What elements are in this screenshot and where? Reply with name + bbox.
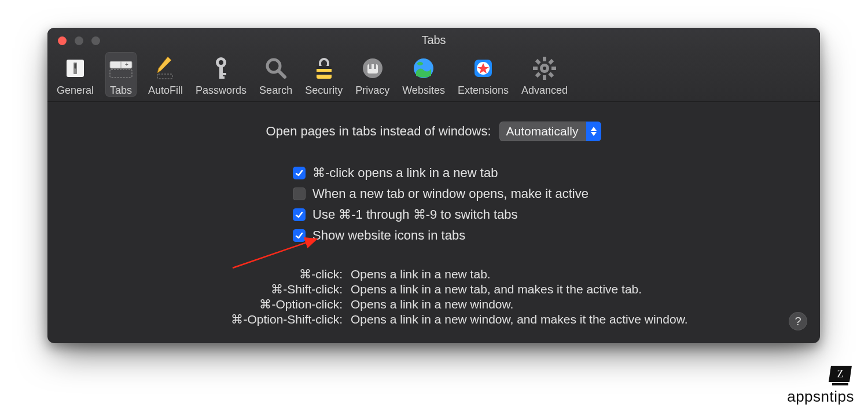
search-icon xyxy=(262,54,290,82)
tabs-pane: Open pages in tabs instead of windows: A… xyxy=(47,102,820,338)
svg-text:+: + xyxy=(125,61,128,68)
extensions-icon xyxy=(469,54,498,82)
toolbar-item-label: Websites xyxy=(402,84,445,97)
toolbar-item-label: Passwords xyxy=(196,84,247,97)
svg-marker-40 xyxy=(591,132,597,136)
open-pages-row: Open pages in tabs instead of windows: A… xyxy=(65,122,803,141)
toolbar-item-general[interactable]: General xyxy=(56,52,95,97)
hint-key: ⌘-Option-click: xyxy=(259,297,343,311)
minimize-window-button[interactable] xyxy=(75,36,83,45)
svg-rect-31 xyxy=(543,57,546,61)
open-pages-select[interactable]: Automatically xyxy=(499,122,602,141)
svg-rect-11 xyxy=(219,66,223,78)
toolbar-item-label: Privacy xyxy=(355,84,389,97)
svg-rect-12 xyxy=(219,73,226,75)
select-stepper-icon xyxy=(586,122,601,141)
toolbar-item-label: Tabs xyxy=(110,84,132,97)
advanced-icon xyxy=(530,54,559,82)
toolbar-item-passwords[interactable]: Passwords xyxy=(194,52,248,97)
toolbar-item-search[interactable]: Search xyxy=(258,52,293,97)
watermark: Z appsntips xyxy=(787,363,854,406)
toolbar-item-tabs[interactable]: + Tabs xyxy=(105,52,137,97)
svg-rect-22 xyxy=(369,64,372,69)
zoom-window-button[interactable] xyxy=(91,36,100,45)
passwords-icon xyxy=(207,54,236,82)
general-icon xyxy=(61,54,90,82)
hint-value: Opens a link in a new window, and makes … xyxy=(351,313,687,326)
hint-key: ⌘-Option-Shift-click: xyxy=(231,313,343,326)
toolbar-item-websites[interactable]: Websites xyxy=(401,52,446,97)
hint-value: Opens a link in a new tab, and makes it … xyxy=(351,282,642,296)
svg-rect-23 xyxy=(374,64,376,69)
svg-rect-19 xyxy=(317,72,332,75)
hint-key: ⌘-Shift-click: xyxy=(271,282,343,296)
toolbar-item-autofill[interactable]: AutoFill xyxy=(147,52,184,97)
checkbox-label: Use ⌘-1 through ⌘-9 to switch tabs xyxy=(312,206,518,223)
hint-value: Opens a link in a new tab. xyxy=(351,267,491,281)
check-cmd-number[interactable]: Use ⌘-1 through ⌘-9 to switch tabs xyxy=(293,206,518,223)
svg-rect-2 xyxy=(75,64,76,69)
checkbox-label: When a new tab or window opens, make it … xyxy=(312,185,589,203)
checkbox-icon xyxy=(293,167,306,179)
keyboard-hints: ⌘-click: Opens a link in a new tab. ⌘-Sh… xyxy=(65,267,803,326)
toolbar-item-label: AutoFill xyxy=(148,84,183,97)
websites-icon xyxy=(409,54,438,82)
svg-rect-18 xyxy=(317,66,332,69)
svg-rect-13 xyxy=(219,76,225,79)
security-icon xyxy=(310,54,339,82)
toolbar-item-label: Search xyxy=(259,84,292,97)
checkbox-icon xyxy=(293,188,306,200)
tabs-icon: + xyxy=(106,54,135,82)
svg-rect-32 xyxy=(543,75,546,80)
svg-rect-36 xyxy=(535,72,541,78)
toolbar-item-label: Advanced xyxy=(521,84,568,97)
preferences-toolbar: General + Tabs AutoFill xyxy=(47,52,820,102)
autofill-icon xyxy=(151,54,180,82)
watermark-logo-icon: Z xyxy=(826,363,854,388)
check-make-active[interactable]: When a new tab or window opens, make it … xyxy=(293,185,589,203)
open-pages-value: Automatically xyxy=(499,124,587,138)
checkbox-label: Show website icons in tabs xyxy=(312,227,465,244)
svg-rect-21 xyxy=(367,64,378,73)
svg-rect-35 xyxy=(548,59,554,65)
titlebar: Tabs xyxy=(47,28,820,52)
close-window-button[interactable] xyxy=(58,36,67,45)
svg-point-25 xyxy=(417,62,423,65)
hint-value: Opens a link in a new window. xyxy=(351,297,513,311)
toolbar-item-extensions[interactable]: Extensions xyxy=(457,52,510,97)
svg-line-15 xyxy=(278,71,285,77)
checkbox-label: ⌘-click opens a link in a new tab xyxy=(312,164,498,182)
hint-key: ⌘-click: xyxy=(299,267,343,281)
toolbar-item-privacy[interactable]: Privacy xyxy=(354,52,391,97)
svg-rect-8 xyxy=(157,74,172,79)
window-controls xyxy=(58,36,100,45)
svg-point-10 xyxy=(219,60,223,65)
svg-rect-37 xyxy=(535,59,541,65)
toolbar-item-advanced[interactable]: Advanced xyxy=(520,52,569,97)
watermark-text: appsntips xyxy=(787,388,854,406)
svg-marker-7 xyxy=(157,57,171,73)
check-favicons[interactable]: Show website icons in tabs xyxy=(293,227,465,244)
svg-marker-39 xyxy=(591,127,597,131)
privacy-icon xyxy=(358,54,387,82)
svg-rect-33 xyxy=(551,67,556,70)
checkbox-icon xyxy=(293,208,306,221)
open-pages-label: Open pages in tabs instead of windows: xyxy=(266,124,491,139)
window-title: Tabs xyxy=(47,28,820,52)
svg-rect-44 xyxy=(832,383,848,385)
svg-rect-38 xyxy=(548,72,554,78)
toolbar-item-label: General xyxy=(57,84,94,97)
checkbox-group: ⌘-click opens a link in a new tab When a… xyxy=(293,164,803,244)
toolbar-item-security[interactable]: Security xyxy=(304,52,344,97)
help-button[interactable]: ? xyxy=(789,312,807,330)
preferences-window: Tabs General + Tabs xyxy=(47,28,820,343)
svg-text:Z: Z xyxy=(837,368,844,380)
svg-rect-34 xyxy=(533,67,538,70)
svg-rect-6 xyxy=(110,69,132,78)
toolbar-item-label: Security xyxy=(305,84,343,97)
check-cmd-click[interactable]: ⌘-click opens a link in a new tab xyxy=(293,164,498,182)
toolbar-item-label: Extensions xyxy=(458,84,509,97)
checkbox-icon xyxy=(293,229,306,242)
svg-point-30 xyxy=(543,67,546,70)
